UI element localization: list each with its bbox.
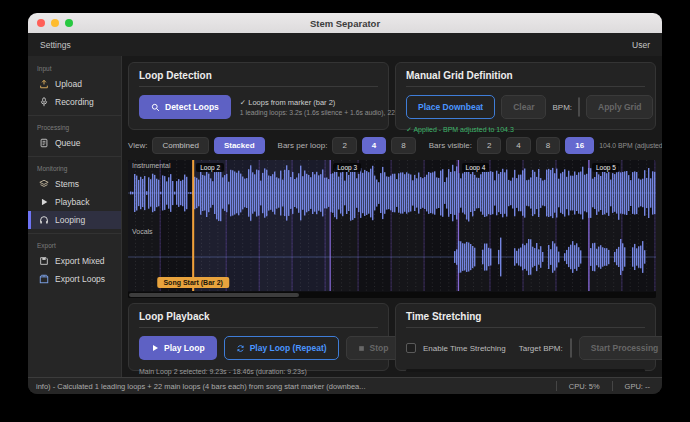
manual-grid-title: Manual Grid Definition bbox=[406, 70, 645, 87]
time-stretching-panel: Time Stretching Enable Time Stretching T… bbox=[395, 303, 656, 371]
sidebar-section-export: Export bbox=[28, 237, 121, 252]
loop-selection-status: Main Loop 2 selected: 9.23s - 18.46s (du… bbox=[139, 368, 378, 375]
play-loop-button[interactable]: Play Loop bbox=[139, 336, 217, 360]
view-controls: View: Combined Stacked Bars per loop: 2 … bbox=[128, 135, 656, 155]
view-combined-button[interactable]: Combined bbox=[152, 137, 208, 154]
start-processing-button[interactable]: Start Processing bbox=[579, 336, 662, 360]
cpu-usage: CPU: 5% bbox=[556, 381, 612, 391]
menu-settings[interactable]: Settings bbox=[40, 40, 71, 50]
sidebar-item-export-mixed[interactable]: Export Mixed bbox=[28, 252, 121, 270]
grid-applied-status: ✓ Applied - BPM adjusted to 104.3 bbox=[406, 126, 645, 134]
enable-time-stretching-label: Enable Time Stretching bbox=[423, 344, 506, 353]
save-icon bbox=[39, 256, 49, 266]
time-stretching-title: Time Stretching bbox=[406, 311, 645, 328]
scrollbar-thumb[interactable] bbox=[129, 293, 299, 297]
magnifier-icon bbox=[151, 103, 160, 112]
sidebar-section-monitoring: Monitoring bbox=[28, 160, 121, 175]
bpm-select[interactable]: 104 BPM bbox=[578, 97, 580, 117]
track-label-vocals: Vocals bbox=[132, 228, 153, 235]
main-content: Loop Detection Detect Loops ✓ Loops from… bbox=[122, 56, 662, 377]
song-start-marker-label[interactable]: Song Start (Bar 2) bbox=[157, 277, 229, 288]
grid-summary-text: 104.0 BPM (adjusted) - 23 loops detected… bbox=[599, 142, 662, 149]
bars-visible-8[interactable]: 8 bbox=[536, 137, 560, 154]
titlebar: Stem Separator bbox=[28, 13, 662, 33]
bars-per-loop-8[interactable]: 8 bbox=[391, 137, 415, 154]
window-title: Stem Separator bbox=[28, 18, 662, 29]
loop-playback-title: Loop Playback bbox=[139, 311, 378, 328]
manual-grid-panel: Manual Grid Definition Place Downbeat Cl… bbox=[395, 62, 656, 130]
stretch-progress-bar bbox=[406, 369, 645, 372]
stop-button[interactable]: Stop bbox=[346, 336, 401, 360]
play-icon bbox=[151, 344, 159, 352]
sidebar-item-export-loops[interactable]: Export Loops bbox=[28, 270, 121, 288]
loop-detection-title: Loop Detection bbox=[139, 70, 378, 87]
loop-detection-detail: 1 leading loops: 3.2s (1.6s silence + 1.… bbox=[240, 109, 378, 116]
loop-playback-panel: Loop Playback Play Loop Play Loop (Repea… bbox=[128, 303, 389, 371]
view-stacked-button[interactable]: Stacked bbox=[214, 137, 265, 154]
bpm-label: BPM: bbox=[552, 103, 572, 112]
sidebar-section-processing: Processing bbox=[28, 119, 121, 134]
headphones-icon bbox=[39, 215, 49, 225]
play-loop-repeat-button[interactable]: Play Loop (Repeat) bbox=[224, 336, 339, 360]
enable-time-stretching-checkbox[interactable] bbox=[406, 343, 416, 353]
status-message: info) - Calculated 1 leading loops + 22 … bbox=[28, 382, 556, 391]
loop-label[interactable]: Loop 4 bbox=[462, 163, 490, 172]
sidebar-item-upload[interactable]: Upload bbox=[28, 75, 121, 93]
menu-user[interactable]: User bbox=[632, 40, 650, 50]
microphone-icon bbox=[39, 97, 49, 107]
sidebar: Input Upload Recording Processing Queue bbox=[28, 56, 122, 377]
bars-visible-16[interactable]: 16 bbox=[565, 137, 594, 154]
upload-icon bbox=[39, 79, 49, 89]
app-window: Stem Separator Settings User Input Uploa… bbox=[28, 13, 662, 394]
stop-icon bbox=[358, 345, 365, 352]
bars-visible-4[interactable]: 4 bbox=[506, 137, 530, 154]
sidebar-item-looping[interactable]: Looping bbox=[28, 211, 121, 229]
place-downbeat-button[interactable]: Place Downbeat bbox=[406, 95, 495, 119]
menubar: Settings User bbox=[28, 33, 662, 56]
stems-icon bbox=[39, 179, 49, 189]
detect-loops-button[interactable]: Detect Loops bbox=[139, 95, 231, 119]
loop-detection-panel: Loop Detection Detect Loops ✓ Loops from… bbox=[128, 62, 389, 130]
bars-visible-2[interactable]: 2 bbox=[477, 137, 501, 154]
waveform-display[interactable]: Instrumental Vocals Song Start (Bar 2) L… bbox=[128, 160, 656, 298]
apply-grid-button[interactable]: Apply Grid bbox=[586, 95, 653, 119]
sidebar-section-input: Input bbox=[28, 60, 121, 75]
sidebar-item-stems[interactable]: Stems bbox=[28, 175, 121, 193]
package-icon bbox=[39, 274, 49, 284]
sidebar-item-queue[interactable]: Queue bbox=[28, 134, 121, 152]
track-label-instrumental: Instrumental bbox=[132, 162, 171, 169]
sidebar-item-playback[interactable]: Playback bbox=[28, 193, 121, 211]
loop-label[interactable]: Loop 2 bbox=[196, 163, 224, 172]
clear-button[interactable]: Clear bbox=[501, 95, 546, 119]
repeat-icon bbox=[236, 344, 245, 353]
bars-per-loop-2[interactable]: 2 bbox=[332, 137, 356, 154]
loop-label[interactable]: Loop 3 bbox=[333, 163, 361, 172]
bars-visible-label: Bars visible: bbox=[429, 141, 472, 150]
waveform-scrollbar[interactable] bbox=[128, 292, 656, 298]
view-label: View: bbox=[128, 141, 147, 150]
play-icon bbox=[39, 197, 49, 207]
bars-per-loop-label: Bars per loop: bbox=[278, 141, 328, 150]
gpu-usage: GPU: -- bbox=[612, 381, 662, 391]
loop-detection-status: ✓ Loops from marker (bar 2) bbox=[240, 98, 378, 107]
loop-label[interactable]: Loop 5 bbox=[592, 163, 620, 172]
target-bpm-label: Target BPM: bbox=[519, 344, 563, 353]
target-bpm-select[interactable]: 120 BPM bbox=[570, 338, 572, 358]
bars-per-loop-4[interactable]: 4 bbox=[362, 137, 386, 154]
status-bar: info) - Calculated 1 leading loops + 22 … bbox=[28, 377, 662, 394]
queue-icon bbox=[39, 138, 49, 148]
screen-background: Stem Separator Settings User Input Uploa… bbox=[0, 0, 690, 422]
sidebar-item-recording[interactable]: Recording bbox=[28, 93, 121, 111]
